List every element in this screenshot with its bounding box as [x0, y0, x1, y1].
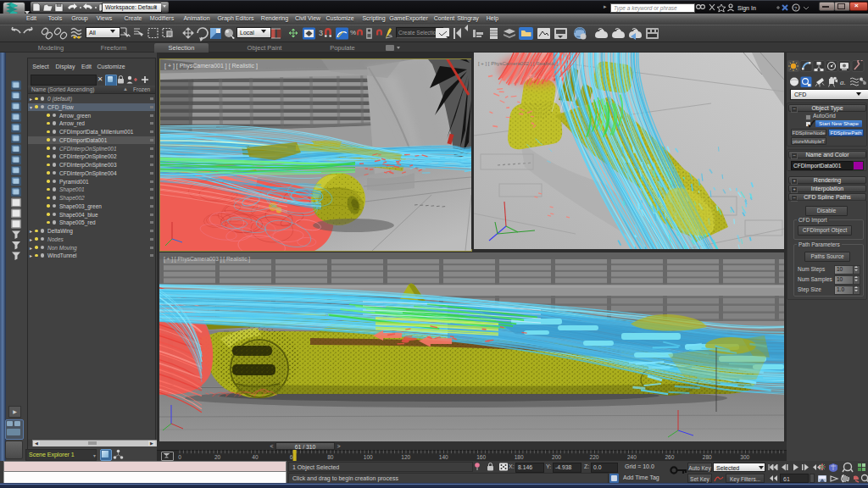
svg-text:180: 180	[515, 454, 524, 460]
svg-text:%: %	[350, 29, 356, 36]
svg-text:300: 300	[740, 454, 749, 460]
svg-text:[ + ] [ PhysCamera001 ] [ Real: [ + ] [ PhysCamera001 ] [ Realistic ]	[164, 63, 258, 69]
svg-text:240: 240	[627, 454, 637, 460]
svg-text:Sign In: Sign In	[737, 5, 756, 12]
svg-text:[ + ] [ PhysCamera003 ] [ Real: [ + ] [ PhysCamera003 ] [ Realistic ]	[164, 256, 250, 263]
svg-text:a.: a.	[840, 78, 846, 86]
svg-text:160: 160	[476, 454, 486, 460]
svg-text:20: 20	[214, 454, 221, 460]
svg-text:40: 40	[252, 454, 259, 460]
svg-text:200: 200	[552, 454, 561, 460]
svg-text:260: 260	[665, 454, 674, 460]
svg-text:80: 80	[327, 454, 334, 460]
svg-text:120: 120	[401, 454, 410, 460]
svg-text:3: 3	[319, 29, 323, 37]
svg-text:100: 100	[364, 454, 373, 460]
svg-text:[ + ] [ PhysCamera002 ] [ Real: [ + ] [ PhysCamera002 ] [ Realistic ]	[478, 61, 559, 66]
svg-text:220: 220	[590, 454, 599, 460]
svg-text:?: ?	[794, 6, 798, 11]
svg-text:280: 280	[703, 454, 712, 460]
svg-text:140: 140	[439, 454, 448, 460]
svg-text:0: 0	[178, 454, 181, 460]
